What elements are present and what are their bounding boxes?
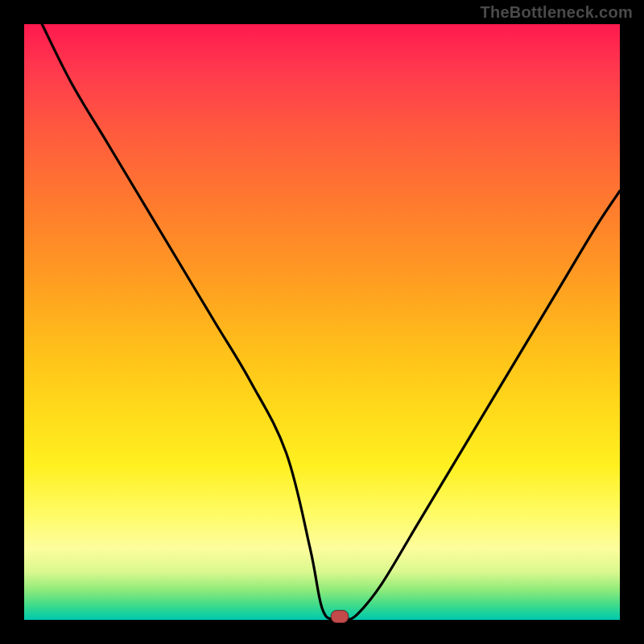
watermark-text: TheBottleneck.com xyxy=(480,3,633,22)
optimal-marker xyxy=(331,610,349,623)
bottleneck-curve xyxy=(24,24,620,620)
plot-area xyxy=(24,24,620,620)
chart-stage: TheBottleneck.com xyxy=(0,0,644,644)
curve-path xyxy=(42,24,620,620)
